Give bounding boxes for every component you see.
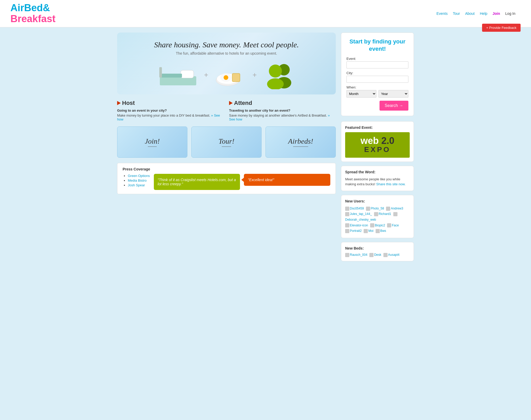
main-container: Share housing. Save money. Meet cool peo… <box>109 27 422 270</box>
featured-event-section: Featured Event: web 2.0 EXPO <box>341 121 414 162</box>
host-triangle-icon <box>117 101 121 105</box>
press-list: Green Options Media Bistro Josh Spear <box>123 174 150 187</box>
bed-thumb <box>369 253 374 257</box>
plus-icon-2: + <box>252 71 257 79</box>
city-input[interactable] <box>346 76 408 83</box>
event-input[interactable] <box>346 61 408 68</box>
nav-tour[interactable]: Tour <box>453 11 460 16</box>
user-link[interactable]: Moi <box>368 229 373 233</box>
new-beds-title: New Beds: <box>345 246 410 250</box>
month-select[interactable]: Month JanFebMar AprMayJun JulAugSep OctN… <box>346 90 376 98</box>
spread-word-section: Spread the Word: Meet awesome people lik… <box>341 166 414 191</box>
bed-thumb <box>383 253 388 257</box>
bed-link[interactable]: Rausch_004 <box>350 253 367 257</box>
nav-events[interactable]: Events <box>437 11 448 16</box>
hero-title: Share housing. Save money. Meet cool peo… <box>122 40 331 49</box>
user-thumb <box>345 229 349 233</box>
featured-event-title: Featured Event: <box>345 125 410 130</box>
hero-subtitle: The fun, affordable alternative to hotel… <box>122 51 331 55</box>
attend-desc: Save money by staying at another attende… <box>229 113 336 121</box>
host-desc: Make money by turning your place into a … <box>117 113 224 121</box>
press-bottom: Green Options Media Bistro Josh Spear "T… <box>123 174 330 190</box>
left-content: Share housing. Save money. Meet cool peo… <box>117 33 336 265</box>
user-thumb <box>374 212 378 216</box>
beds-list: Rausch_004DeskAusapt4 <box>345 253 410 257</box>
user-link[interactable]: Andrew3 <box>391 207 403 210</box>
attend-box: Attend Traveling to another city for an … <box>229 100 336 121</box>
nav-login[interactable]: Log In <box>505 11 515 16</box>
year-select[interactable]: Year 200820092010 <box>378 90 408 98</box>
food-icon <box>213 62 247 88</box>
press-coverage: Press Coverage Green Options Media Bistr… <box>117 163 336 194</box>
svg-point-13 <box>267 78 284 89</box>
user-thumb <box>376 229 380 233</box>
user-thumb <box>364 229 368 233</box>
hero-images: + + <box>122 61 331 89</box>
find-event-box: Start by finding your event! Event: City… <box>341 33 414 116</box>
search-button[interactable]: Search → <box>380 101 408 111</box>
featured-event-image[interactable]: web 2.0 EXPO <box>345 132 410 158</box>
when-selects: Month JanFebMar AprMayJun JulAugSep OctN… <box>346 90 408 98</box>
new-users-title: New Users: <box>345 199 410 203</box>
attend-bold-desc: Traveling to another city for an event? <box>229 109 336 112</box>
bed-link[interactable]: Ausapt4 <box>388 253 400 257</box>
join-card-label: Join! <box>145 137 160 145</box>
user-link[interactable]: Richard1 <box>379 212 391 216</box>
user-link[interactable]: Deborah_chesky_web <box>345 218 376 221</box>
host-title: Host <box>117 100 224 106</box>
logo[interactable]: AirBed& Breakfast <box>10 3 62 24</box>
nav-help[interactable]: Help <box>480 11 487 16</box>
user-link[interactable]: Bws <box>380 229 386 233</box>
green-options-link[interactable]: Green Options <box>128 174 150 178</box>
press-quote-green: "Think of it as Craigslist meets Hotels.… <box>154 174 240 190</box>
user-thumb <box>393 212 397 216</box>
tour-card[interactable]: Tour! <box>191 126 262 158</box>
feedback-button[interactable]: + Provide Feedback <box>482 24 521 32</box>
press-quote-orange: "Excellent idea!" <box>244 174 330 186</box>
host-box: Host Going to an event in your city? Mak… <box>117 100 224 121</box>
nav-join[interactable]: Join <box>492 11 500 16</box>
list-item: Green Options <box>128 174 150 178</box>
user-link[interactable]: Face <box>392 224 399 227</box>
main-nav: Events Tour About Help Join Log In <box>437 11 515 16</box>
svg-rect-9 <box>233 74 239 81</box>
nav-about[interactable]: About <box>465 11 475 16</box>
svg-rect-2 <box>160 74 182 78</box>
new-users-section: New Users: Dsc05459Photo_58Andrew3Jules_… <box>341 195 414 238</box>
users-list: Dsc05459Photo_58Andrew3Jules_tap_144_Ric… <box>345 206 410 234</box>
people-icon <box>262 61 296 89</box>
logo-breakfast: Breakfast <box>10 13 55 24</box>
user-thumb <box>386 207 390 211</box>
bed-link[interactable]: Desk <box>374 253 381 257</box>
svg-rect-1 <box>181 70 194 78</box>
host-bold-desc: Going to an event in your city? <box>117 109 224 112</box>
user-link[interactable]: Portrait2 <box>350 229 362 233</box>
user-link[interactable]: Jules_tap_144_ <box>350 212 372 216</box>
spread-word-desc: Meet awesome people like you while makin… <box>345 177 410 187</box>
user-thumb <box>370 223 374 227</box>
share-site-link[interactable]: Share this site now. <box>376 182 406 186</box>
svg-rect-3 <box>159 67 162 78</box>
when-label: When: <box>346 85 408 89</box>
user-link[interactable]: Elevator-icon <box>350 224 368 227</box>
josh-spear-link[interactable]: Josh Spear <box>128 183 145 187</box>
user-link[interactable]: Photo_58 <box>371 207 384 210</box>
attend-title: Attend <box>229 100 336 106</box>
header: AirBed& Breakfast Events Tour About Help… <box>0 0 531 27</box>
city-label: City: <box>346 71 408 75</box>
new-beds-section: New Beds: Rausch_004DeskAusapt4 <box>341 242 414 261</box>
airbeds-card-label: Airbeds! <box>288 137 313 145</box>
media-bistro-link[interactable]: Media Bistro <box>128 179 147 182</box>
user-thumb <box>366 207 370 211</box>
list-item: Media Bistro <box>128 179 150 182</box>
right-sidebar: Start by finding your event! Event: City… <box>341 33 414 265</box>
spread-word-title: Spread the Word: <box>345 170 410 174</box>
press-links-section: Green Options Media Bistro Josh Spear <box>123 174 150 188</box>
user-link[interactable]: Dsc05459 <box>350 207 364 210</box>
airbeds-card[interactable]: Airbeds! <box>266 126 336 158</box>
user-thumb <box>345 212 349 216</box>
user-link[interactable]: Biopic2 <box>375 224 385 227</box>
hero-banner: Share housing. Save money. Meet cool peo… <box>117 33 336 94</box>
join-card[interactable]: Join! <box>117 126 187 158</box>
tour-card-label: Tour! <box>218 137 234 145</box>
